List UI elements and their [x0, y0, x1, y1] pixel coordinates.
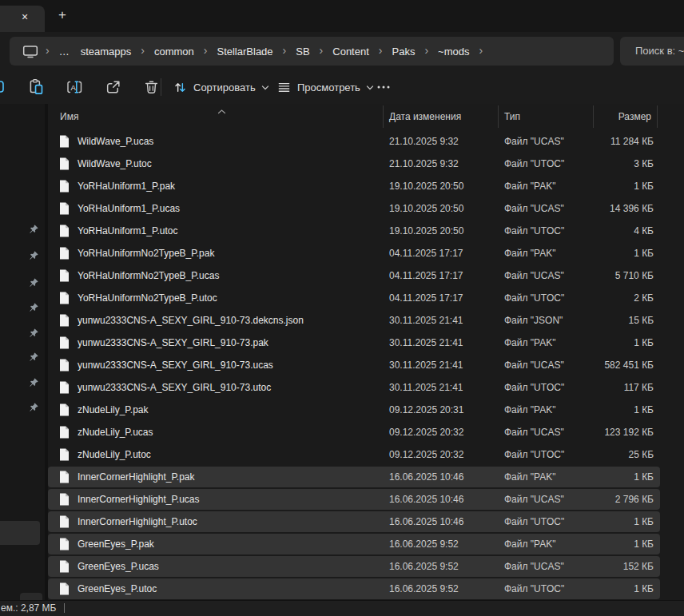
file-size: 1 КБ: [594, 337, 658, 348]
file-name: yunwu2333CNS-A_SEXY_GIRL_910-73.dekcns.j…: [78, 315, 304, 326]
file-icon: [59, 225, 70, 237]
file-date: 04.11.2025 17:17: [384, 292, 499, 304]
file-row[interactable]: YoRHaUniform1_P.utoc19.10.2025 20:50Файл…: [48, 221, 660, 241]
breadcrumb-chevron-icon[interactable]: ›: [42, 44, 54, 57]
file-size: 152 КБ: [594, 561, 658, 572]
file-row[interactable]: YoRHaUniformNo2TypeB_P.utoc04.11.2025 17…: [48, 288, 660, 308]
file-name: YoRHaUniform1_P.utoc: [78, 225, 177, 236]
breadcrumb-item[interactable]: steamapps: [75, 46, 137, 58]
pin-icon[interactable]: [28, 277, 39, 288]
pin-icon[interactable]: [28, 302, 39, 313]
file-date: 16.06.2025 9:52: [384, 561, 499, 572]
file-name: yunwu2333CNS-A_SEXY_GIRL_910-73.ucas: [78, 360, 273, 371]
file-row[interactable]: YoRHaUniformNo2TypeB_P.pak04.11.2025 17:…: [48, 243, 660, 264]
file-row[interactable]: InnerCornerHighlight_P.pak16.06.2025 10:…: [48, 467, 660, 487]
breadcrumb-chevron-icon[interactable]: ›: [137, 44, 149, 57]
file-size: 25 КБ: [594, 449, 658, 460]
breadcrumb-item[interactable]: …: [54, 46, 75, 58]
file-icon: [59, 247, 70, 260]
file-row[interactable]: InnerCornerHighlight_P.ucas16.06.2025 10…: [48, 489, 660, 510]
file-row[interactable]: yunwu2333CNS-A_SEXY_GIRL_910-73.ucas30.1…: [48, 355, 660, 376]
file-row[interactable]: zNudeLily_P.pak09.12.2025 20:31Файл "PAK…: [48, 399, 660, 420]
breadcrumb-item[interactable]: Paks: [386, 46, 420, 58]
breadcrumb-chevron-icon[interactable]: ›: [316, 44, 328, 57]
column-header-date[interactable]: Дата изменения: [384, 105, 499, 128]
this-pc-icon[interactable]: [22, 45, 38, 58]
pin-icon[interactable]: [28, 224, 39, 235]
file-date: 16.06.2025 10:46: [384, 494, 499, 505]
pin-icon[interactable]: [28, 352, 39, 363]
paste-icon[interactable]: [26, 77, 46, 97]
pin-icon[interactable]: [28, 402, 39, 413]
breadcrumb-chevron-icon[interactable]: ›: [375, 44, 387, 57]
file-name: GreenEyes_P.pak: [78, 539, 154, 550]
file-row[interactable]: zNudeLily_P.ucas09.12.2025 20:32Файл "UC…: [48, 422, 660, 443]
file-row[interactable]: InnerCornerHighlight_P.utoc16.06.2025 10…: [48, 511, 660, 532]
file-row[interactable]: yunwu2333CNS-A_SEXY_GIRL_910-73.pak30.11…: [48, 332, 660, 353]
pin-icon[interactable]: [28, 328, 39, 339]
file-icon: [59, 471, 70, 483]
file-row[interactable]: GreenEyes_P.ucas16.06.2025 9:52Файл "UCA…: [48, 556, 660, 577]
column-header-name[interactable]: Имя: [48, 105, 384, 128]
rename-icon[interactable]: A: [65, 77, 84, 97]
explorer-tab[interactable]: ×: [0, 6, 45, 32]
file-type: Файл "JSON": [499, 315, 594, 326]
breadcrumb-chevron-icon[interactable]: ›: [420, 44, 432, 57]
breadcrumb-item[interactable]: SB: [290, 46, 315, 58]
file-row[interactable]: yunwu2333CNS-A_SEXY_GIRL_910-73.dekcns.j…: [48, 310, 660, 331]
column-header-type[interactable]: Тип: [499, 105, 594, 128]
file-name: InnerCornerHighlight_P.ucas: [78, 494, 200, 505]
file-type: Файл "UTOC": [499, 382, 594, 393]
breadcrumb-item[interactable]: ~mods: [432, 46, 475, 58]
breadcrumb-chevron-icon[interactable]: ›: [200, 44, 212, 57]
status-text: ем.: 2,87 МБ: [1, 602, 57, 614]
file-row[interactable]: GreenEyes_P.pak16.06.2025 9:52Файл "PAK"…: [48, 534, 660, 554]
file-name: YoRHaUniformNo2TypeB_P.ucas: [78, 270, 219, 281]
file-row[interactable]: yunwu2333CNS-A_SEXY_GIRL_910-73.utoc30.1…: [48, 377, 660, 398]
file-size: 11 284 КБ: [594, 136, 658, 147]
file-name: YoRHaUniformNo2TypeB_P.utoc: [78, 292, 217, 304]
search-input[interactable]: Поиск в: ~: [620, 37, 684, 66]
file-row[interactable]: GreenEyes_P.utoc16.06.2025 9:52Файл "UTO…: [48, 578, 660, 599]
sidebar-item-selected[interactable]: [0, 521, 40, 545]
file-date: 04.11.2025 17:17: [384, 248, 499, 259]
view-button[interactable]: Просмотреть: [276, 77, 374, 97]
status-bar: ем.: 2,87 МБ: [0, 600, 684, 616]
breadcrumb-chevron-icon[interactable]: ›: [475, 44, 487, 57]
new-tab-button[interactable]: +: [54, 7, 70, 23]
file-row[interactable]: YoRHaUniform1_P.pak19.10.2025 20:50Файл …: [48, 176, 660, 197]
tab-close-icon[interactable]: ×: [18, 10, 32, 25]
copy-icon[interactable]: [0, 77, 8, 97]
file-row[interactable]: zNudeLily_P.utoc09.12.2025 20:32Файл "UT…: [48, 444, 660, 465]
column-header-size[interactable]: Размер: [594, 105, 658, 128]
file-name: GreenEyes_P.utoc: [78, 583, 157, 594]
pin-icon[interactable]: [28, 377, 39, 388]
file-row[interactable]: WildWave_P.ucas21.10.2025 9:32Файл "UCAS…: [48, 131, 660, 152]
file-name: yunwu2333CNS-A_SEXY_GIRL_910-73.pak: [78, 337, 268, 348]
file-date: 09.12.2025 20:32: [384, 449, 499, 460]
address-bar[interactable]: ›…steamapps›common›StellarBlade›SB›Conte…: [10, 37, 614, 66]
share-icon[interactable]: [103, 77, 122, 97]
sort-button[interactable]: Сортировать: [173, 77, 269, 97]
file-type: Файл "PAK": [499, 539, 594, 550]
file-date: 16.06.2025 10:46: [384, 471, 499, 483]
file-row[interactable]: YoRHaUniformNo2TypeB_P.ucas04.11.2025 17…: [48, 265, 660, 286]
file-icon: [59, 157, 70, 170]
file-icon: [59, 180, 70, 193]
file-size: 1 КБ: [594, 516, 658, 527]
view-label: Просмотреть: [297, 81, 360, 93]
pin-icon[interactable]: [28, 250, 39, 261]
file-list-pane: Имя Дата изменения Тип Размер WildWave_P…: [48, 104, 684, 601]
more-icon[interactable]: [374, 77, 393, 97]
breadcrumb-item[interactable]: common: [149, 46, 200, 58]
file-row[interactable]: YoRHaUniform1_P.ucas19.10.2025 20:50Файл…: [48, 198, 660, 219]
breadcrumb-item[interactable]: StellarBlade: [211, 46, 278, 58]
file-icon: [59, 314, 70, 327]
delete-icon[interactable]: [141, 77, 161, 97]
file-row[interactable]: WildWave_P.utoc21.10.2025 9:32Файл "UTOC…: [48, 153, 660, 174]
file-explorer-window: × + ›…steamapps›common›StellarBlade›SB›C…: [0, 0, 684, 616]
sidebar: [0, 104, 45, 601]
file-type: Файл "UCAS": [499, 270, 594, 281]
breadcrumb-chevron-icon[interactable]: ›: [279, 44, 291, 57]
breadcrumb-item[interactable]: Content: [327, 46, 375, 58]
